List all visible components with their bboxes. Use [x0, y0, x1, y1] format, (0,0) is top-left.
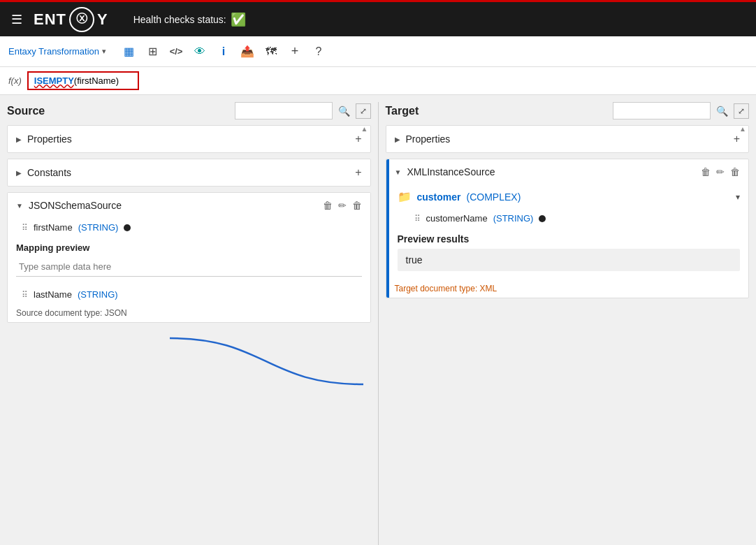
fx-label: f(x) — [8, 75, 22, 86]
tb-icon-help[interactable]: ? — [310, 43, 327, 60]
json-header-left: ▼ JSONSchemaSource — [16, 200, 122, 211]
tb-icon-map[interactable]: 🗺 — [263, 43, 279, 60]
target-scroll-up[interactable]: ▲ — [739, 125, 746, 133]
source-constants-left: ▶ Constants — [16, 167, 71, 178]
customername-type: (STRING) — [493, 213, 534, 224]
breadcrumb-dropdown-icon[interactable]: ▾ — [102, 47, 106, 56]
logo-suffix: Y — [97, 10, 108, 29]
source-constants-label: Constants — [27, 167, 71, 178]
firstname-label: firstName — [34, 222, 73, 233]
target-properties-add[interactable]: + — [734, 133, 740, 145]
preview-value: true — [398, 249, 741, 271]
health-icon: ✅ — [231, 12, 246, 27]
breadcrumb[interactable]: Entaxy Transformation ▾ — [8, 46, 106, 57]
health-label: Health checks status: — [133, 14, 226, 25]
target-doc-type: Target document type: XML — [386, 279, 749, 298]
lastname-type: (STRING) — [78, 289, 118, 300]
target-search-area: 🔍 ⤢ — [613, 102, 749, 119]
customer-row[interactable]: 📁 customer (COMPLEX) ▾ — [386, 184, 749, 209]
json-schema-header: ▼ JSONSchemaSource 🗑 ✏ 🗑 — [8, 193, 370, 218]
target-search-input[interactable] — [613, 102, 711, 119]
xml-header-left: ▼ XMLInstanceSource — [395, 166, 495, 177]
xml-instance-source-section: ▼ XMLInstanceSource 🗑 ✏ 🗑 📁 customer (CO — [386, 159, 750, 298]
logo-text: ENT — [34, 10, 66, 29]
tb-icon-eye[interactable]: 👁 — [191, 43, 208, 60]
source-scroll-up[interactable]: ▲ — [361, 125, 368, 133]
main-content: Source 🔍 ⤢ ▲ ▶ Properties + — [0, 95, 756, 545]
xml-header: ▼ XMLInstanceSource 🗑 ✏ 🗑 — [386, 159, 749, 184]
top-navigation: ☰ ENT ⓧ Y Health checks status: ✅ — [0, 0, 756, 36]
target-properties-left: ▶ Properties — [395, 133, 451, 145]
source-doc-type: Source document type: JSON — [8, 304, 370, 322]
target-expand-button[interactable]: ⤢ — [734, 103, 749, 119]
customer-chevron-down: ▾ — [736, 192, 740, 202]
logo: ENT ⓧ Y — [34, 7, 108, 32]
sample-data-input[interactable] — [16, 257, 362, 277]
mapping-preview-label: Mapping preview — [16, 242, 362, 253]
second-toolbar: Entaxy Transformation ▾ ▦ ⊞ </> 👁 i 📤 🗺 … — [0, 36, 756, 67]
xml-delete-btn[interactable]: 🗑 — [701, 166, 711, 177]
source-panel: Source 🔍 ⤢ ▲ ▶ Properties + — [0, 95, 378, 545]
formula-box[interactable]: ISEMPTY(firstName) — [27, 71, 139, 90]
target-panel-scroll: ▲ ▶ Properties + ▼ XMLInstanceSource — [386, 125, 750, 545]
blue-indicator-line — [386, 159, 389, 298]
tb-icon-grid[interactable]: ⊞ — [144, 43, 161, 60]
source-search-button[interactable]: 🔍 — [335, 103, 353, 119]
target-title: Target — [386, 105, 419, 117]
formula-params: (firstName) — [74, 75, 119, 86]
customername-label: customerName — [426, 213, 488, 224]
json-trash-btn[interactable]: 🗑 — [352, 200, 362, 211]
hamburger-menu[interactable]: ☰ — [11, 12, 22, 27]
source-constants-add[interactable]: + — [355, 166, 361, 179]
source-panel-scroll: ▲ ▶ Properties + ▶ Constants — [7, 125, 371, 545]
xml-chevron: ▼ — [395, 168, 402, 176]
source-constants-section: ▶ Constants + — [7, 159, 371, 187]
source-panel-header: Source 🔍 ⤢ — [7, 102, 371, 119]
tb-icon-add[interactable]: + — [286, 43, 303, 60]
target-search-button[interactable]: 🔍 — [713, 103, 731, 119]
json-chevron: ▼ — [16, 202, 23, 210]
tb-icon-upload[interactable]: 📤 — [239, 43, 256, 60]
mapping-preview: Mapping preview — [8, 237, 370, 285]
customername-drag-icon: ⠿ — [414, 214, 421, 224]
target-properties-chevron: ▶ — [395, 136, 400, 143]
json-schema-source-section: ▼ JSONSchemaSource 🗑 ✏ 🗑 ⠿ firstName(STR… — [7, 192, 371, 323]
json-edit-btn[interactable]: ✏ — [338, 200, 347, 211]
lastname-label: lastName — [34, 289, 72, 300]
lastname-field-row: ⠿ lastName(STRING) — [8, 285, 370, 304]
formula-keyword: ISEMPTY — [34, 75, 74, 86]
source-expand-button[interactable]: ⤢ — [356, 103, 371, 119]
xml-actions: 🗑 ✏ 🗑 — [701, 166, 740, 177]
source-properties-add[interactable]: + — [355, 133, 361, 145]
tb-icon-code[interactable]: </> — [168, 43, 184, 60]
target-properties-section: ▶ Properties + — [386, 125, 750, 153]
preview-label: Preview results — [398, 233, 741, 245]
xml-edit-btn[interactable]: ✏ — [716, 166, 725, 177]
customername-field-row: ⠿ customerName(STRING) — [386, 209, 749, 228]
target-properties-label: Properties — [406, 133, 451, 145]
breadcrumb-text: Entaxy Transformation — [8, 46, 99, 57]
json-schema-label: JSONSchemaSource — [29, 200, 122, 211]
source-search-area: 🔍 ⤢ — [235, 102, 371, 119]
firstname-field-row: ⠿ firstName(STRING) — [8, 218, 370, 237]
xml-source-label: XMLInstanceSource — [407, 166, 495, 177]
health-status: Health checks status: ✅ — [133, 12, 246, 27]
formula-bar: f(x) ISEMPTY(firstName) — [0, 67, 756, 95]
customername-connector-dot[interactable] — [539, 215, 546, 222]
target-properties-header[interactable]: ▶ Properties + — [386, 126, 749, 152]
source-properties-label: Properties — [27, 133, 72, 145]
lastname-drag-icon: ⠿ — [22, 290, 28, 300]
source-properties-left: ▶ Properties — [16, 133, 72, 145]
customer-folder-icon: 📁 — [398, 190, 412, 203]
json-delete-btn[interactable]: 🗑 — [323, 200, 333, 211]
firstname-connector-dot[interactable] — [124, 224, 131, 231]
logo-circle: ⓧ — [69, 7, 94, 32]
target-panel: Target 🔍 ⤢ ▲ ▶ Properties + — [379, 95, 757, 545]
tb-icon-info[interactable]: i — [215, 43, 232, 60]
json-actions: 🗑 ✏ 🗑 — [323, 200, 362, 211]
source-properties-header[interactable]: ▶ Properties + — [8, 126, 370, 152]
source-search-input[interactable] — [235, 102, 333, 119]
source-constants-header[interactable]: ▶ Constants + — [8, 159, 370, 186]
tb-icon-panel[interactable]: ▦ — [120, 43, 137, 60]
xml-trash-btn[interactable]: 🗑 — [730, 166, 740, 177]
